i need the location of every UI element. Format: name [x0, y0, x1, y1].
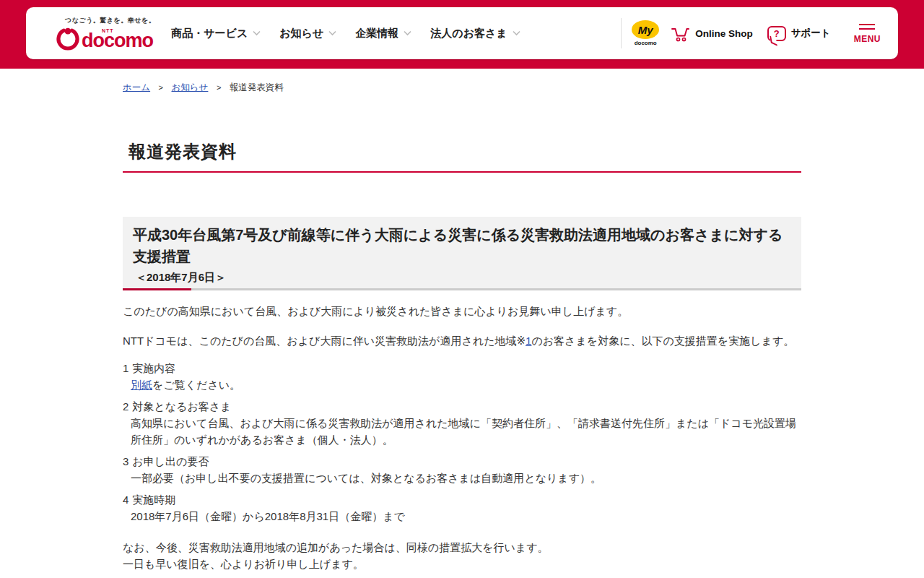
list-item-heading: 実施内容: [132, 362, 175, 374]
paragraph-measures-pre: NTTドコモは、このたびの台風、および大雨に伴い災害救助法が適用された地域※: [123, 335, 526, 347]
support-button[interactable]: ? サポート: [767, 26, 831, 41]
chevron-down-icon: [404, 30, 411, 36]
docomo-logo-icon: [56, 27, 79, 51]
logo-ntt-text: NTT: [102, 28, 114, 33]
list-item-title: 2対象となるお客さま: [123, 398, 801, 415]
list-item-heading: お申し出の要否: [132, 455, 209, 467]
article-heading-box: 平成30年台風第7号及び前線等に伴う大雨による災害に係る災害救助法適用地域のお客…: [123, 217, 801, 290]
attachment-link[interactable]: 別紙: [131, 379, 152, 391]
docomo-logo[interactable]: つなごう。驚きを。幸せを。 NTT docomo: [56, 16, 155, 51]
list-item-number: 3: [123, 453, 128, 470]
article-heading: 平成30年台風第7号及び前線等に伴う大雨による災害に係る災害救助法適用地域のお客…: [133, 224, 791, 267]
hamburger-icon: [859, 24, 875, 25]
menu-label: MENU: [854, 34, 881, 44]
page-title: 報道発表資料: [123, 140, 801, 173]
chevron-down-icon: [253, 30, 261, 36]
chevron-down-icon: [513, 30, 520, 36]
logo-word: docomo: [82, 30, 153, 51]
question-bubble-icon: ?: [767, 26, 786, 41]
my-docomo-icon: My: [632, 20, 659, 39]
measures-list: 1実施内容 別紙をご覧ください。 2対象となるお客さま 高知県において台風、およ…: [123, 360, 801, 525]
site-header: つなごう。驚きを。幸せを。 NTT docomo 商品・サービス お知らせ: [0, 0, 924, 69]
list-item-heading: 対象となるお客さま: [132, 400, 231, 413]
breadcrumb-separator: >: [217, 83, 221, 92]
nav-item-business[interactable]: 法人のお客さま: [430, 27, 520, 40]
main-nav: 商品・サービス お知らせ 企業情報 法人のお客さま: [171, 27, 520, 40]
nav-item-news[interactable]: お知らせ: [279, 27, 336, 40]
cart-icon: [671, 25, 690, 43]
online-shop-button[interactable]: Online Shop: [671, 25, 753, 43]
my-docomo-sub-label: docomo: [632, 40, 659, 46]
article-date: ＜2018年7月6日＞: [133, 269, 791, 285]
breadcrumb-news-link[interactable]: お知らせ: [172, 82, 209, 92]
nav-item-label: 法人のお客さま: [430, 27, 507, 40]
nav-item-label: お知らせ: [279, 27, 323, 40]
list-item-number: 1: [123, 360, 128, 376]
list-item-title: 1実施内容: [123, 360, 801, 376]
chevron-down-icon: [328, 30, 336, 36]
menu-button[interactable]: MENU: [854, 22, 881, 44]
online-shop-label: Online Shop: [695, 28, 753, 39]
breadcrumb-current: 報道発表資料: [230, 82, 284, 92]
hamburger-icon: [859, 28, 875, 30]
breadcrumb-separator: >: [159, 83, 163, 92]
list-item-title: 3お申し出の要否: [123, 453, 801, 470]
paragraph-measures: NTTドコモは、このたびの台風、および大雨に伴い災害救助法が適用された地域※1の…: [123, 332, 801, 349]
nav-item-label: 商品・サービス: [171, 27, 248, 40]
header-divider: [621, 18, 622, 48]
brand-tagline: つなごう。驚きを。幸せを。: [56, 16, 155, 25]
header-utilities: My docomo Online Shop ? サポート MENU: [621, 18, 881, 48]
my-docomo-button[interactable]: My docomo: [632, 20, 659, 46]
main-content: 報道発表資料 平成30年台風第7号及び前線等に伴う大雨による災害に係る災害救助法…: [123, 140, 801, 578]
list-item-text: をご覧ください。: [152, 379, 240, 391]
nav-item-products[interactable]: 商品・サービス: [171, 27, 261, 40]
nav-item-label: 企業情報: [355, 27, 398, 40]
list-item-body: 一部必要（お申し出不要の支援措置については、対象となるお客さまは自動適用となりま…: [131, 470, 801, 486]
list-item-number: 4: [123, 491, 128, 508]
breadcrumb: ホーム > お知らせ > 報道発表資料: [123, 82, 924, 94]
closing-paragraph-1: なお、今後、災害救助法適用地域の追加があった場合は、同様の措置拡大を行います。: [123, 539, 801, 556]
closing-paragraph-2: 一日も早い復旧を、心よりお祈り申し上げます。: [123, 556, 801, 572]
paragraph-sympathy: このたびの高知県において台風、および大雨により被災された皆さまに心よりお見舞い申…: [123, 303, 801, 319]
list-item-number: 2: [123, 398, 128, 415]
list-item-body: 高知県において台風、および大雨に係る災害救助法が適用された地域に「契約者住所」、…: [131, 415, 801, 448]
breadcrumb-home-link[interactable]: ホーム: [123, 82, 150, 92]
paragraph-measures-post: のお客さまを対象に、以下の支援措置を実施します。: [531, 335, 794, 347]
header-card: つなごう。驚きを。幸せを。 NTT docomo 商品・サービス お知らせ: [26, 7, 898, 59]
nav-item-corporate[interactable]: 企業情報: [355, 27, 411, 40]
list-item-body: 別紙をご覧ください。: [131, 376, 801, 393]
list-item-title: 4実施時期: [123, 491, 801, 508]
list-item-heading: 実施時期: [132, 493, 175, 506]
list-item-body: 2018年7月6日（金曜）から2018年8月31日（金曜）まで: [131, 508, 801, 525]
support-label: サポート: [791, 27, 831, 40]
